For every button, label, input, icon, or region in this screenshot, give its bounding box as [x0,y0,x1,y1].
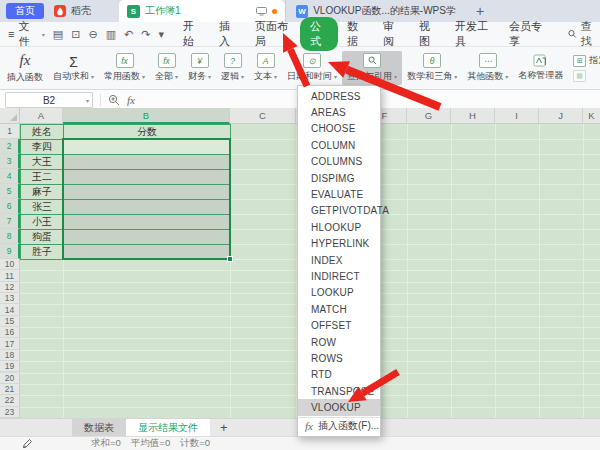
cell-A3[interactable]: 大王 [20,154,64,170]
dropdown-item-CHOOSE[interactable]: CHOOSE [298,121,380,137]
dropdown-item-EVALUATE[interactable]: EVALUATE [298,186,380,202]
dropdown-item-DISPIMG[interactable]: DISPIMG [298,170,380,186]
name-manager-button[interactable]: 名称管理器 [513,52,568,84]
dropdown-item-COLUMN[interactable]: COLUMN [298,137,380,153]
cell-A2[interactable]: 李四 [20,139,64,155]
ribbon-button-其他函数[interactable]: ⋯其他函数▾ [462,51,513,85]
row-header-8[interactable]: 8 [0,229,20,244]
ribbon-button-文本[interactable]: A文本▾ [249,51,282,85]
quick-icon-4[interactable]: ↶ [124,28,133,41]
row-header-5[interactable]: 5 [0,184,20,199]
dropdown-item-LOOKUP[interactable]: LOOKUP [298,285,380,301]
row-header-12[interactable]: 12 [0,282,20,293]
column-header-I[interactable]: I [495,108,539,124]
cell-A8[interactable]: 狗蛋 [20,229,64,245]
dropdown-item-MATCH[interactable]: MATCH [298,301,380,317]
menu-item-页面布局[interactable]: 页面布局 [246,17,300,51]
row-header-18[interactable]: 18 [0,350,20,361]
menu-item-开始[interactable]: 开始 [174,17,210,51]
row-header-11[interactable]: 11 [0,270,20,281]
dropdown-item-GETPIVOTDATA[interactable]: GETPIVOTDATA [298,203,380,219]
dropdown-item-AREAS[interactable]: AREAS [298,104,380,120]
row-header-6[interactable]: 6 [0,199,20,214]
ribbon-button-常用函数[interactable]: fx常用函数▾ [99,51,150,85]
dropdown-item-INDEX[interactable]: INDEX [298,252,380,268]
quick-icon-1[interactable]: ⊡ [71,28,80,41]
add-sheet-button[interactable]: + [210,419,238,436]
cell-A1-header[interactable]: 姓名 [20,124,64,140]
column-header-B[interactable]: B [63,108,230,124]
dropdown-item-RTD[interactable]: RTD [298,367,380,383]
column-header-H[interactable]: H [451,108,495,124]
menu-item-插入[interactable]: 插入 [210,17,246,51]
ribbon-button-日期和时间[interactable]: ⊙日期和时间▾ [282,51,342,85]
dropdown-item-HLOOKUP[interactable]: HLOOKUP [298,219,380,235]
select-all-corner[interactable] [0,108,20,124]
menu-item-视图[interactable]: 视图 [410,17,446,51]
menu-item-会员专享[interactable]: 会员专享 [500,17,554,51]
tab-home[interactable]: 首页 [6,3,44,19]
assign-button[interactable]: ⊞ 指定 [573,54,600,67]
menu-item-数据[interactable]: 数据 [338,17,374,51]
sheet-tab-显示结果文件[interactable]: 显示结果文件 [126,419,210,436]
dropdown-item-ADDRESS[interactable]: ADDRESS [298,88,380,104]
row-header-10[interactable]: 10 [0,259,20,270]
dropdown-item-ROWS[interactable]: ROWS [298,350,380,366]
ribbon-button-查找与引用[interactable]: 查找与引用▾ [342,51,402,85]
menu-item-公式[interactable]: 公式 [300,17,338,51]
ribbon-button-自动求和[interactable]: Σ自动求和▾ [48,52,99,85]
zoom-magnifier-icon[interactable] [108,94,120,106]
dropdown-item-INDIRECT[interactable]: INDIRECT [298,268,380,284]
row-header-2[interactable]: 2 [0,139,20,154]
quick-icon-0[interactable]: ▤ [53,28,63,41]
sheet-tab-数据表[interactable]: 数据表 [72,419,126,436]
search-control[interactable]: 查找 [568,19,600,49]
dropdown-item-ROW[interactable]: ROW [298,334,380,350]
cell-A6[interactable]: 张三 [20,199,64,215]
row-header-16[interactable]: 16 [0,327,20,338]
cell-A5[interactable]: 麻子 [20,184,64,200]
quick-icon-6[interactable]: ▾ [158,28,164,41]
insert-function-button[interactable]: fx 插入函数 [2,50,48,86]
dropdown-item-OFFSET[interactable]: OFFSET [298,317,380,333]
ribbon-button-财务[interactable]: ¥财务▾ [183,51,216,85]
dropdown-item-TRANSPOSE[interactable]: TRANSPOSE [298,383,380,399]
row-header-3[interactable]: 3 [0,154,20,169]
row-header-20[interactable]: 20 [0,373,20,384]
quick-icon-3[interactable]: ▥ [106,28,116,41]
quick-icon-5[interactable]: ↷ [141,28,150,41]
menu-item-开发工具[interactable]: 开发工具 [446,17,500,51]
row-header-22[interactable]: 22 [0,395,20,406]
row-header-21[interactable]: 21 [0,384,20,395]
row-header-23[interactable]: 23 [0,407,20,418]
dropdown-item-COLUMNS[interactable]: COLUMNS [298,154,380,170]
cell-A7[interactable]: 小王 [20,214,64,230]
quick-icon-2[interactable]: ⊖ [88,28,97,41]
column-header-G[interactable]: G [407,108,451,124]
column-header-K[interactable]: K [583,108,600,124]
menu-item-审阅[interactable]: 审阅 [374,17,410,51]
ribbon-button-全部[interactable]: fx全部▾ [150,51,183,85]
cell-A4[interactable]: 王二 [20,169,64,185]
ribbon-button-逻辑[interactable]: ?逻辑▾ [216,51,249,85]
name-box[interactable]: B2 ▾ [5,92,93,108]
ink-pen-icon[interactable] [22,438,33,449]
row-header-19[interactable]: 19 [0,361,20,372]
fill-handle[interactable] [227,256,233,262]
row-header-1[interactable]: 1 [0,124,20,139]
file-menu[interactable]: ≡ 文件 ▾ [0,19,53,49]
row-header-9[interactable]: 9 [0,244,20,259]
row-header-7[interactable]: 7 [0,214,20,229]
row-header-14[interactable]: 14 [0,304,20,315]
dropdown-item-HYPERLINK[interactable]: HYPERLINK [298,236,380,252]
column-header-C[interactable]: C [230,108,296,124]
row-header-17[interactable]: 17 [0,338,20,349]
fx-formula-icon[interactable]: fx [127,94,135,106]
column-header-J[interactable]: J [539,108,583,124]
dropdown-item-VLOOKUP[interactable]: VLOOKUP [298,399,380,415]
column-header-A[interactable]: A [20,108,63,124]
cell-A9[interactable]: 胜子 [20,244,64,260]
ribbon-button-数学和三角[interactable]: θ数学和三角▾ [402,51,462,85]
row-header-13[interactable]: 13 [0,293,20,304]
dropdown-insert-function-item[interactable]: fx 插入函数(F)... [298,419,380,434]
